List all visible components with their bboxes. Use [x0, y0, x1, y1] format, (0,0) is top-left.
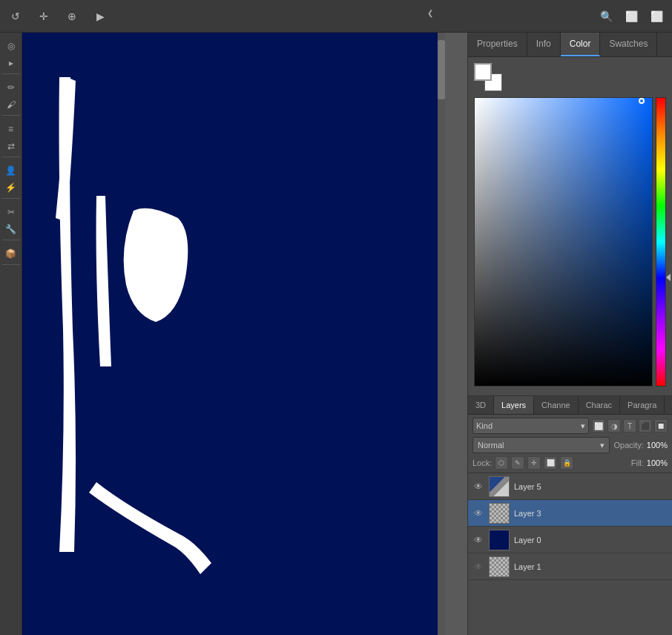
layer-list: 👁 Layer 5 👁 Layer 3 👁 Layer 0 👁: [468, 473, 672, 635]
tool-type[interactable]: 👤: [3, 162, 19, 179]
spectrum-bar[interactable]: [656, 97, 666, 386]
tool-eraser[interactable]: 🖌: [3, 96, 19, 113]
layer-item-layer5[interactable]: 👁 Layer 5: [468, 473, 672, 500]
canvas-scrollbar[interactable]: [438, 33, 445, 635]
tool-group-extra: 📦: [2, 243, 20, 265]
layer-eye-layer0[interactable]: 👁: [472, 534, 484, 546]
kind-dropdown-label: Kind: [476, 421, 493, 430]
tab-info[interactable]: Info: [527, 33, 561, 56]
kind-icon-adjust[interactable]: ◑: [607, 419, 621, 432]
layer-name-layer0: Layer 0: [514, 536, 541, 544]
kind-icon-shape[interactable]: ⬛: [639, 419, 652, 432]
tab-character[interactable]: Charac: [579, 396, 620, 414]
tool-move[interactable]: ◎: [3, 38, 19, 54]
right-panel: Properties Info Color Swatches: [467, 33, 672, 635]
lock-icon-all[interactable]: 🔒: [560, 456, 573, 470]
kind-icons: ⬜ ◑ T ⬛ 🔲: [592, 419, 668, 432]
blend-mode-label: Normal: [478, 441, 504, 450]
tab-paragraph[interactable]: Paragra: [620, 396, 665, 414]
tool-group-type: 👤 ⚡: [2, 160, 20, 199]
blend-mode-arrow: ▾: [600, 441, 605, 450]
layer-item-layer0[interactable]: 👁 Layer 0: [468, 527, 672, 553]
kind-icon-pixel[interactable]: ⬜: [592, 419, 605, 432]
lock-icon-position[interactable]: ✛: [527, 456, 541, 470]
layer-eye-layer3[interactable]: 👁: [472, 507, 484, 519]
left-tools: ◎ ▸ ✏ 🖌 ≡ ⇄ 👤 ⚡ ✂ 🔧 📦: [0, 33, 22, 635]
layer-controls: Kind ▾ ⬜ ◑ T ⬛ 🔲 Normal ▾: [468, 415, 672, 473]
move-icon[interactable]: ✛: [36, 8, 52, 24]
layer-thumb-layer3: [489, 503, 510, 524]
scrollbar-thumb[interactable]: [438, 40, 445, 99]
lock-row: Lock: ⬡ ✎ ✛ ⬜ 🔒 Fill: 100%: [472, 456, 668, 470]
tab-properties[interactable]: Properties: [468, 33, 527, 56]
fill-label: Fill:: [631, 458, 644, 467]
kind-row: Kind ▾ ⬜ ◑ T ⬛ 🔲: [472, 418, 668, 434]
tool-swap[interactable]: ⇄: [3, 138, 19, 154]
tool-group-move: ◎ ▸: [2, 36, 20, 74]
tab-channels[interactable]: Channe: [534, 396, 579, 414]
fg-swatch[interactable]: [474, 63, 492, 81]
kind-dropdown[interactable]: Kind ▾: [472, 418, 589, 434]
color-picker-area: [468, 57, 672, 395]
canvas-content[interactable]: [22, 33, 445, 635]
tab-color[interactable]: Color: [561, 33, 601, 56]
search-icon[interactable]: 🔍: [598, 8, 614, 24]
kind-icon-type[interactable]: T: [623, 419, 636, 432]
color-gradient-field[interactable]: [474, 97, 653, 386]
history-icon[interactable]: ↺: [7, 8, 24, 24]
tool-adjust[interactable]: ≡: [3, 121, 19, 137]
tool-cut[interactable]: ✂: [3, 204, 19, 220]
opacity-label: Opacity:: [614, 441, 644, 450]
toolbar-right: 🔍 ⬜ ⬜: [598, 8, 665, 24]
layer-item-layer3[interactable]: 👁 Layer 3: [468, 500, 672, 527]
tab-swatches[interactable]: Swatches: [600, 33, 657, 56]
layer-name-layer1: Layer 1: [514, 562, 541, 571]
more-icon[interactable]: ⬜: [648, 8, 665, 24]
tab-layers[interactable]: Layers: [494, 396, 534, 414]
gradient-field-bg: [475, 98, 652, 386]
tool-group-adjust: ≡ ⇄: [2, 119, 20, 157]
workspace-icon[interactable]: ⬜: [623, 8, 639, 24]
layer-eye-layer1[interactable]: 👁: [472, 561, 484, 573]
layer-thumb-layer5: [489, 476, 510, 497]
color-gradient-container: [474, 97, 666, 386]
lock-icon-transparency[interactable]: ⬡: [495, 456, 508, 470]
tool-select[interactable]: ▸: [3, 55, 19, 71]
layer-name-layer3: Layer 3: [514, 509, 541, 518]
layers-tabs: 3D Layers Channe Charac Paragra: [468, 396, 672, 415]
blend-mode-dropdown[interactable]: Normal ▾: [472, 437, 610, 453]
tab-3d[interactable]: 3D: [468, 396, 494, 414]
play-icon[interactable]: ▶: [92, 8, 108, 24]
fill-value[interactable]: 100%: [647, 458, 668, 467]
layers-panel: 3D Layers Channe Charac Paragra Kind ▾ ⬜…: [468, 395, 672, 635]
tool-brush[interactable]: ✏: [3, 79, 19, 96]
opacity-value[interactable]: 100%: [647, 441, 668, 450]
gradient-cursor: [639, 98, 645, 104]
spectrum-bar-container: [656, 97, 666, 386]
tool-group-paint: ✏ 🖌: [2, 77, 20, 116]
transform-icon[interactable]: ⊕: [64, 8, 80, 24]
canvas-area: [22, 33, 467, 635]
kind-dropdown-arrow: ▾: [581, 421, 585, 431]
layer-item-layer1[interactable]: 👁 Layer 1: [468, 553, 672, 580]
layer-thumb-layer0: [489, 530, 510, 550]
tool-fix[interactable]: 🔧: [3, 221, 19, 237]
color-panel-tabs: Properties Info Color Swatches: [468, 33, 672, 57]
canvas-svg: [22, 33, 445, 635]
kind-icon-smart[interactable]: 🔲: [654, 419, 668, 432]
tool-group-cut: ✂ 🔧: [2, 202, 20, 240]
layer-name-layer5: Layer 5: [514, 482, 541, 491]
main-area: ◎ ▸ ✏ 🖌 ≡ ⇄ 👤 ⚡ ✂ 🔧 📦: [0, 33, 672, 635]
layer-eye-layer5[interactable]: 👁: [472, 481, 484, 493]
lock-label: Lock:: [472, 458, 492, 467]
opacity-row: Opacity: 100%: [614, 441, 668, 450]
svg-rect-0: [22, 33, 445, 635]
lock-icon-image[interactable]: ✎: [511, 456, 524, 470]
fg-bg-swatches[interactable]: [474, 63, 502, 91]
lock-icon-artboard[interactable]: ⬜: [544, 456, 557, 470]
tool-extra[interactable]: 📦: [3, 246, 19, 262]
color-swatches-row: [474, 63, 666, 91]
tool-shape[interactable]: ⚡: [3, 180, 19, 196]
top-toolbar: ↺ ✛ ⊕ ▶ 🔍 ⬜ ⬜: [0, 0, 672, 33]
spectrum-arrow: [666, 274, 671, 281]
